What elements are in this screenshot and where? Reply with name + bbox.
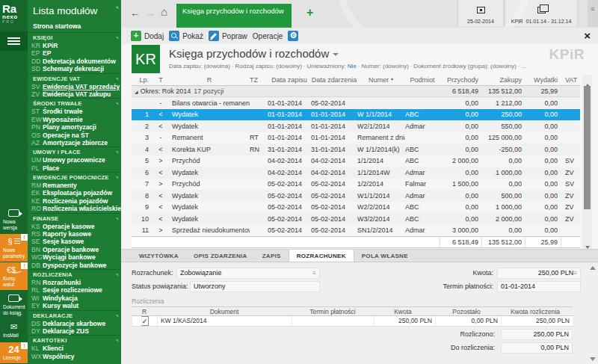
table-row[interactable]: 11>Sprzedaż nieudokumentowana05-02-20140… xyxy=(132,225,580,237)
rozrachunek-select[interactable]: Zobowiązanie≡ xyxy=(176,268,320,279)
table-row[interactable]: -Bilans otwarcia - remanent01-01-201405-… xyxy=(132,97,580,109)
sidebar-item-sd[interactable]: SDSchematy dekretacji xyxy=(28,65,121,73)
panel-scroll-down-icon[interactable] xyxy=(590,357,596,361)
table-row[interactable]: 6<Wydatek04-02-201404-02-20141/1/2014WAd… xyxy=(132,167,580,179)
sidebar-item-st[interactable]: STŚrodki trwałe xyxy=(28,108,121,115)
sidebar-item-kr[interactable]: KRKPiR xyxy=(28,42,121,49)
scrollbar-thumb[interactable] xyxy=(584,86,591,209)
sidebar-item-se[interactable]: SESesje kasowe xyxy=(28,238,121,245)
badge-licencje[interactable]: 24Licencje! xyxy=(0,342,28,364)
sidebar-item-dy[interactable]: DYDeklaracje ZUS xyxy=(28,327,121,335)
termin-field[interactable]: 01-01-2014 xyxy=(497,281,581,292)
column-header-podmiot[interactable]: Podmiot xyxy=(405,76,440,84)
tab-wizytówka[interactable]: WIZYTÓWKA xyxy=(132,250,186,262)
tab-rozrachunek[interactable]: ROZRACHUNEK xyxy=(289,250,354,262)
more-options-button[interactable]: ≡ xyxy=(588,0,598,27)
group-row[interactable]: ◢Okres: Rok 201417 pozycji6 518,49135 51… xyxy=(132,86,580,97)
table-row[interactable]: 9<Wydatek05-02-201405-02-2014W2/2/2014AB… xyxy=(132,202,580,214)
applied-date-widget[interactable]: 25-02-2014 xyxy=(457,0,504,26)
filter-value[interactable]: Nie xyxy=(348,63,357,70)
group-expand-icon[interactable]: ◢ xyxy=(133,90,141,94)
forward-arrow-icon[interactable]: → xyxy=(145,7,155,19)
add-button[interactable]: + Dodaj xyxy=(131,31,164,41)
table-row[interactable]: 4<Korekta KUPRN31-01-201431-01-2014W 1/1… xyxy=(132,144,580,155)
badge-nowa-wersja[interactable]: Nowa wersja xyxy=(0,206,28,233)
sidebar-item-bn[interactable]: BNOperacje bankowe xyxy=(28,246,121,253)
sidebar-item-kl[interactable]: KLKlienci xyxy=(28,345,121,352)
column-header-t[interactable]: T xyxy=(152,76,169,84)
sidebar-item-rl[interactable]: RLSesje rozliczeniowe xyxy=(28,286,121,294)
scroll-down-icon[interactable] xyxy=(582,238,592,247)
sidebar-item-sv[interactable]: SVEwidencja VAT sprzedaży xyxy=(28,83,121,90)
badge-kursy-walut[interactable]: €$Kursy walut! xyxy=(0,262,28,290)
sidebar-item-az[interactable]: AZAmortyzacje zbiorcze xyxy=(28,139,121,146)
scroll-up-icon[interactable] xyxy=(582,76,592,85)
operations-button[interactable]: Operacje xyxy=(253,32,283,40)
modules-menu-icon[interactable] xyxy=(0,31,28,51)
sidebar-item-rm[interactable]: RMRemanenty xyxy=(28,182,121,189)
badge-dokument-do-ksiag[interactable]: Dokument do ksiąg. xyxy=(0,291,28,318)
panel-scroll-up-icon[interactable] xyxy=(590,266,596,270)
settings-button[interactable]: ⚙ xyxy=(288,31,298,41)
sidebar-item-wg[interactable]: WGWyciągi bankowe xyxy=(28,253,121,261)
column-header-przychody[interactable]: Przychody xyxy=(440,76,481,84)
table-row[interactable]: 2<Wydatek01-01-201401-01-2014W2/1/2014Ad… xyxy=(132,120,580,132)
badge-insmail[interactable]: ✉InsMail xyxy=(0,319,28,342)
sidebar-item-dd[interactable]: DDDekretacja dokumentów xyxy=(28,58,121,65)
column-header-zakupy[interactable]: Zakupy xyxy=(481,76,525,84)
edit-button[interactable]: Popraw xyxy=(209,31,247,41)
tab-pola-własne[interactable]: POLA WŁASNE xyxy=(354,250,416,262)
column-header-numer[interactable]: Numer▲ xyxy=(357,76,405,84)
new-tab-button[interactable]: + xyxy=(306,6,313,19)
column-header-vat[interactable]: VAT xyxy=(561,76,580,84)
sidebar-item-ey[interactable]: EYKursy walut xyxy=(28,302,121,309)
column-header-data-zdarzenia[interactable]: Data zdarzenia xyxy=(311,76,357,84)
home-icon[interactable]: ⌂ xyxy=(161,6,167,18)
back-arrow-icon[interactable]: ← xyxy=(130,7,140,19)
table-row[interactable]: 7>Przychód05-02-201405-02-20141/2/2014Fa… xyxy=(132,179,580,191)
badge-nowe-parametry[interactable]: §Nowe parametry! xyxy=(0,234,28,262)
tab-opis-zdarzenia[interactable]: OPIS ZDARZENIA xyxy=(186,250,255,262)
column-header-tz[interactable]: TZ xyxy=(250,76,268,84)
period-widget[interactable]: KPiR 01.01.14 - 31.12.14 xyxy=(505,0,578,26)
sidebar-item-rn[interactable]: RNRozrachunki xyxy=(28,279,121,286)
sidebar-item-os[interactable]: OSOperacje na ŚT xyxy=(28,132,121,139)
sidebar-item-ds[interactable]: DSDeklaracje skarbowe xyxy=(28,320,121,327)
rozliczenia-row[interactable]: ✓KW 1/KAS/2014250,00 PLN0,00 PLN250,00 P… xyxy=(132,316,573,327)
sidebar-item-pl[interactable]: PLPłace xyxy=(28,164,121,172)
grid-scrollbar[interactable] xyxy=(582,75,592,249)
show-button[interactable]: Pokaż xyxy=(169,31,203,41)
tab-ksiega-przychodow[interactable]: Księga przychodów i rozchodów xyxy=(176,4,292,28)
cell-data_zdarzenia: 05-02-2014 xyxy=(311,192,357,200)
column-header-data-zapisu[interactable]: Data zapisu xyxy=(268,76,311,84)
module-label: Deklaracje skarbowe xyxy=(43,320,105,327)
sidebar-item-ep[interactable]: EPEP xyxy=(28,49,121,57)
close-view-button[interactable]: × xyxy=(584,29,591,43)
table-row[interactable]: 8<Wydatek05-02-201405-02-2014W1/1/2014Ad… xyxy=(132,190,580,202)
kwota-field[interactable]: 250,00 PLN≡ xyxy=(497,268,581,279)
table-row[interactable]: 5>Przychód04-02-201404-02-20141/1/2014AB… xyxy=(132,155,580,167)
column-header-r[interactable]: R xyxy=(169,76,250,84)
nowa-wersja-label: Nowa wersja xyxy=(1,219,27,230)
checkbox[interactable]: ✓ xyxy=(141,316,149,326)
sidebar-item-wi[interactable]: WIWindykacja xyxy=(28,294,121,302)
table-row[interactable]: 3-RemanentRT01-01-201401-01-2014Remanent… xyxy=(132,132,580,144)
sidebar-item-ks[interactable]: KSOperacje kasowe xyxy=(28,223,121,230)
tab-zapis[interactable]: ZAPIS xyxy=(255,250,289,262)
sidebar-item-wx[interactable]: WXWspólnicy xyxy=(28,353,121,360)
sidebar-item-db[interactable]: DBDyspozycje bankowe xyxy=(28,262,121,269)
table-row[interactable]: 1<Wydatek01-01-201401-01-2014W 1/1/2014A… xyxy=(132,109,580,121)
sidebar-item-ro[interactable]: RORozliczenia właścicielskie xyxy=(28,205,121,212)
sidebar-item-pn[interactable]: PNPlany amortyzacji xyxy=(28,123,121,131)
column-header-wydatki[interactable]: Wydatki xyxy=(525,76,561,84)
sidebar-item-ek[interactable]: EKEksploatacja pojazdów xyxy=(28,189,121,197)
sidebar-item-home[interactable]: Strona startowa xyxy=(28,21,121,32)
sidebar-item-ke[interactable]: KERozliczenia pojazdów xyxy=(28,197,121,205)
column-header-lp[interactable]: Lp. xyxy=(132,76,152,84)
chevron-down-icon[interactable] xyxy=(333,53,339,56)
sidebar-item-ew[interactable]: EWWyposażenie xyxy=(28,116,121,123)
table-row[interactable]: 10<Wydatek05-02-201405-02-2014W3/2/2014A… xyxy=(132,213,580,225)
sidebar-item-um[interactable]: UMUmowy pracownicze xyxy=(28,156,121,164)
sidebar-item-rs[interactable]: RSRaporty kasowe xyxy=(28,230,121,238)
sidebar-item-zv[interactable]: ZVEwidencja VAT zakupu xyxy=(28,90,121,98)
